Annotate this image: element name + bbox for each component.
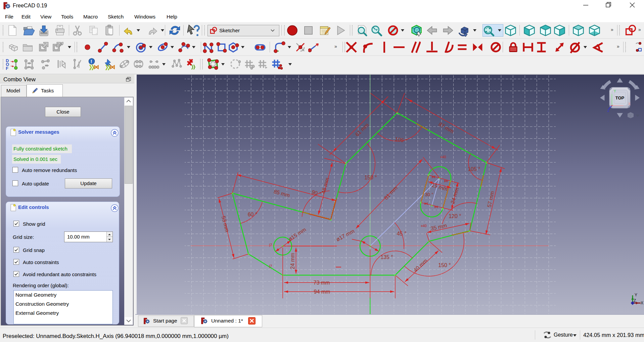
svg-text:≡40: ≡40 — [421, 224, 427, 228]
svg-text:Z: Z — [607, 109, 609, 113]
svg-text:!: ! — [91, 58, 92, 64]
svg-text:|7: |7 — [269, 243, 272, 247]
svg-text:73 mm: 73 mm — [314, 280, 330, 286]
svg-text:94 mm: 94 mm — [314, 289, 330, 295]
svg-text:X: X — [628, 102, 631, 106]
svg-text:Z: Z — [634, 298, 636, 303]
svg-text:150 °: 150 ° — [364, 175, 377, 180]
svg-text:150 °: 150 ° — [438, 262, 451, 268]
svg-text:Y: Y — [614, 89, 616, 93]
svg-text:30 °: 30 ° — [425, 192, 433, 197]
svg-text:≡40: ≡40 — [441, 155, 446, 159]
svg-text:60 °: 60 ° — [248, 212, 258, 217]
svg-text:105 °: 105 ° — [468, 166, 480, 172]
svg-text:45 °: 45 ° — [397, 231, 407, 237]
svg-text:24 mm: 24 mm — [290, 253, 295, 269]
svg-text:X: X — [641, 301, 643, 305]
svg-text:Y: Y — [635, 293, 637, 297]
svg-text:135 °: 135 ° — [380, 254, 393, 260]
svg-text:|7: |7 — [269, 264, 272, 268]
svg-text:120 °: 120 ° — [449, 213, 461, 219]
svg-text:F: F — [6, 66, 8, 70]
svg-text:TOP: TOP — [615, 95, 625, 100]
